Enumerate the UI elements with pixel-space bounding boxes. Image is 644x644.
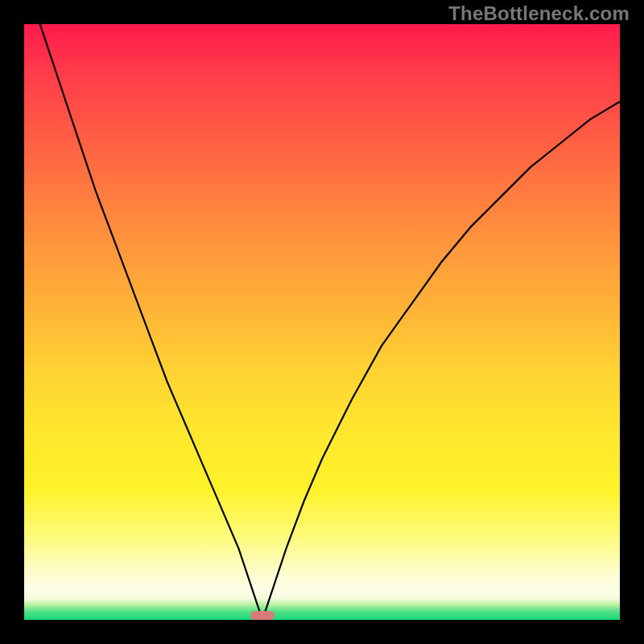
optimum-marker [250, 611, 275, 620]
watermark-text: TheBottleneck.com [448, 2, 630, 25]
chart-frame: TheBottleneck.com [0, 0, 644, 644]
bottleneck-curve [24, 24, 620, 620]
plot-area [24, 24, 620, 620]
